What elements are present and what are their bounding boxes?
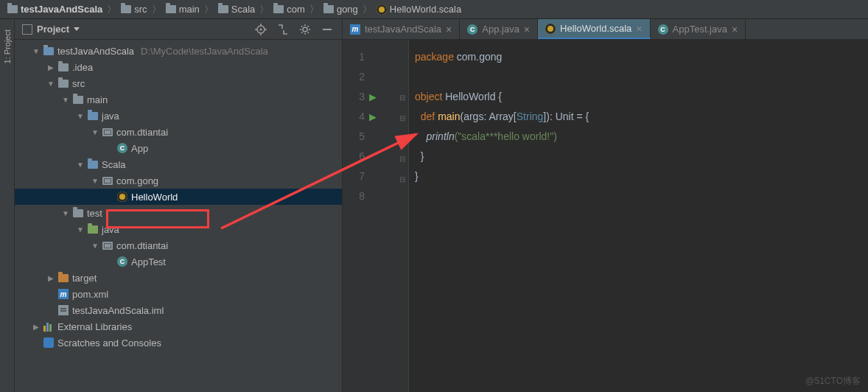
tree-node[interactable]: CAppTest [15,253,342,270]
close-icon[interactable]: × [636,23,642,35]
close-icon[interactable]: × [524,24,530,35]
fold-icon[interactable]: ⊟ [399,155,405,163]
breadcrumb-item[interactable]: Scala [217,4,257,15]
tree-node[interactable]: ▼test [15,205,342,221]
tree-node[interactable]: ▶.idea [15,59,342,75]
editor-tab[interactable]: mtestJavaAndScala× [343,19,460,39]
run-icon[interactable]: ▶ [369,91,377,102]
chevron-right-icon: 〉 [107,3,116,16]
expand-icon[interactable]: ▼ [62,96,69,104]
svg-rect-3 [323,29,332,30]
project-header: Project [15,19,342,40]
project-tree: ▼testJavaAndScalaD:\MyCode\testJavaAndSc… [15,40,342,392]
tree-node[interactable]: ▶External Libraries [15,318,342,335]
line-numbers: 12345678 [343,40,369,392]
run-icon[interactable]: ▶ [369,111,377,122]
expand-icon[interactable]: ▼ [77,225,84,234]
chevron-right-icon: 〉 [259,3,269,16]
chevron-right-icon: 〉 [363,3,372,16]
breadcrumb-item[interactable]: com [272,4,307,15]
collapse-icon[interactable] [277,24,289,35]
breadcrumb-item[interactable]: HelloWorld.scala [375,4,463,15]
chevron-right-icon: 〉 [309,3,319,16]
project-tool-tab[interactable]: 1: Project [3,29,12,63]
tree-node[interactable]: mpom.xml [15,286,342,302]
editor-tab[interactable]: CApp.java× [460,19,538,39]
expand-icon[interactable]: ▼ [91,242,99,250]
svg-point-2 [303,27,307,32]
expand-icon[interactable]: ▼ [32,47,40,55]
breadcrumb-item[interactable]: main [164,4,201,15]
tree-node[interactable]: ▼java [15,221,342,237]
tree-node[interactable]: ▼main [15,91,342,108]
tree-node[interactable]: ▼java [15,108,342,124]
chevron-right-icon: 〉 [204,3,214,16]
hide-icon[interactable] [321,24,333,35]
tree-node[interactable]: ▼src [15,75,342,91]
chevron-down-icon[interactable] [74,27,80,31]
fold-icon[interactable]: ⊟ [399,175,405,183]
expand-icon[interactable]: ▼ [91,128,99,136]
left-tool-rail: 1: Project [0,19,15,392]
fold-icon[interactable]: ⊟ [399,114,405,122]
expand-icon[interactable]: ▶ [32,323,40,331]
expand-icon[interactable]: ▼ [91,177,99,185]
editor-tab[interactable]: CAppTest.java× [651,19,746,39]
tree-node[interactable]: ▼com.gong [15,172,342,189]
tree-node[interactable]: CApp [15,140,342,156]
tree-node[interactable]: ▼com.dtiantai [15,237,342,253]
tree-node[interactable]: ▼com.dtiantai [15,124,342,140]
expand-icon[interactable]: ▼ [62,209,69,217]
breadcrumb-item[interactable]: testJavaAndScala [6,4,104,15]
fold-icon[interactable]: ⊟ [399,94,405,102]
editor-tab[interactable]: HelloWorld.scala× [538,19,650,39]
tree-node[interactable]: ▼Scala [15,156,342,172]
editor[interactable]: 12345678 ▶▶ ⊟⊟ ⊟⊟ package com.gong objec… [343,40,868,392]
breadcrumb: testJavaAndScala〉src〉main〉Scala〉com〉gong… [0,0,868,19]
project-panel: Project ▼testJavaAndScalaD:\MyCode\testJ… [15,19,343,392]
breadcrumb-item[interactable]: src [119,4,148,15]
tree-node[interactable]: Scratches and Consoles [15,335,342,351]
close-icon[interactable]: × [732,24,738,35]
locate-icon[interactable] [255,24,267,35]
tree-node[interactable]: ▶target [15,270,342,286]
tree-node[interactable]: testJavaAndScala.iml [15,302,342,318]
expand-icon[interactable]: ▼ [77,112,84,120]
fold-column: ⊟⊟ ⊟⊟ [396,40,409,392]
code-content[interactable]: package com.gong object HelloWorld { def… [409,40,868,392]
chevron-right-icon: 〉 [152,3,161,16]
project-header-title[interactable]: Project [37,24,69,35]
close-icon[interactable]: × [446,24,452,35]
expand-icon[interactable]: ▼ [47,80,55,88]
watermark: @51CTO博客 [805,375,861,388]
expand-icon[interactable]: ▶ [47,63,55,71]
svg-point-1 [260,28,262,30]
expand-icon[interactable]: ▶ [47,274,55,282]
tree-node[interactable]: ▼testJavaAndScalaD:\MyCode\testJavaAndSc… [15,43,342,59]
editor-tabs: mtestJavaAndScala×CApp.java×HelloWorld.s… [343,19,868,40]
tree-node[interactable]: HelloWorld [15,189,342,205]
breadcrumb-item[interactable]: gong [322,4,360,15]
expand-icon[interactable]: ▼ [77,161,84,169]
gear-icon[interactable] [299,24,311,35]
project-view-icon [22,24,32,35]
editor-area: mtestJavaAndScala×CApp.java×HelloWorld.s… [343,19,868,392]
run-gutter: ▶▶ [369,40,396,392]
